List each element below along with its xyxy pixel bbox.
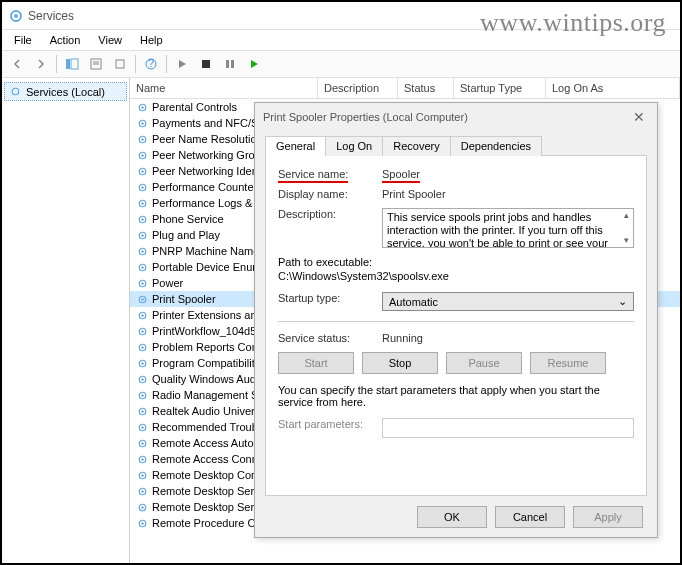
service-name: Radio Management Se <box>152 389 265 401</box>
service-name: Quality Windows Aud <box>152 373 256 385</box>
list-header: Name Description Status Startup Type Log… <box>130 78 680 99</box>
gear-icon <box>136 293 149 306</box>
sidebar-item-services-local[interactable]: Services (Local) <box>4 82 127 101</box>
service-name: Peer Networking Grou <box>152 149 261 161</box>
service-name: Remote Desktop Servi <box>152 485 262 497</box>
svg-text:?: ? <box>148 58 154 69</box>
svg-point-1 <box>14 14 18 18</box>
gear-icon <box>136 501 149 514</box>
svg-point-23 <box>141 170 143 172</box>
service-name: PNRP Machine Name <box>152 245 259 257</box>
ok-button[interactable]: OK <box>417 506 487 528</box>
gear-icon <box>136 101 149 114</box>
toolbar: ? <box>2 50 680 78</box>
col-header-description[interactable]: Description <box>318 78 398 98</box>
help-button[interactable]: ? <box>140 53 162 75</box>
pause-button: Pause <box>446 352 522 374</box>
menu-view[interactable]: View <box>90 32 130 48</box>
service-name: Remote Access Auto C <box>152 437 265 449</box>
play-button[interactable] <box>171 53 193 75</box>
restart-button[interactable] <box>243 53 265 75</box>
dialog-title: Print Spooler Properties (Local Computer… <box>263 111 468 123</box>
svg-point-35 <box>141 266 143 268</box>
svg-rect-3 <box>71 59 78 69</box>
col-header-startup[interactable]: Startup Type <box>454 78 546 98</box>
show-hide-tree-button[interactable] <box>61 53 83 75</box>
service-name: Parental Controls <box>152 101 237 113</box>
service-name: Printer Extensions and <box>152 309 263 321</box>
pause-button[interactable] <box>219 53 241 75</box>
cancel-button[interactable]: Cancel <box>495 506 565 528</box>
tab-recovery[interactable]: Recovery <box>382 136 450 156</box>
svg-point-55 <box>141 426 143 428</box>
forward-button[interactable] <box>30 53 52 75</box>
service-name: Print Spooler <box>152 293 216 305</box>
gear-icon <box>136 485 149 498</box>
sidebar: Services (Local) <box>2 78 130 563</box>
label-start-parameters: Start parameters: <box>278 418 374 430</box>
gear-icon <box>136 421 149 434</box>
svg-point-33 <box>141 250 143 252</box>
svg-rect-12 <box>231 60 234 68</box>
col-header-name[interactable]: Name <box>130 78 318 98</box>
export-button[interactable] <box>109 53 131 75</box>
gear-icon <box>136 309 149 322</box>
properties-dialog: Print Spooler Properties (Local Computer… <box>254 102 658 538</box>
svg-point-51 <box>141 394 143 396</box>
window-titlebar: Services <box>2 2 680 30</box>
gear-icon <box>136 357 149 370</box>
svg-point-61 <box>141 474 143 476</box>
gear-icon <box>136 245 149 258</box>
gear-icon <box>136 229 149 242</box>
service-name: Portable Device Enum <box>152 261 261 273</box>
svg-point-31 <box>141 234 143 236</box>
svg-point-19 <box>141 138 143 140</box>
description-scrollbar[interactable]: ▴▾ <box>619 209 633 247</box>
col-header-status[interactable]: Status <box>398 78 454 98</box>
value-display-name: Print Spooler <box>382 188 634 200</box>
gear-icon <box>136 437 149 450</box>
close-icon[interactable]: ✕ <box>629 109 649 125</box>
tab-logon[interactable]: Log On <box>325 136 383 156</box>
resume-button: Resume <box>530 352 606 374</box>
label-path: Path to executable: <box>278 256 372 268</box>
svg-point-25 <box>141 186 143 188</box>
tab-dependencies[interactable]: Dependencies <box>450 136 542 156</box>
menu-file[interactable]: File <box>6 32 40 48</box>
stop-button[interactable] <box>195 53 217 75</box>
gear-icon <box>136 389 149 402</box>
properties-button[interactable] <box>85 53 107 75</box>
sidebar-item-label: Services (Local) <box>26 86 105 98</box>
svg-rect-7 <box>116 60 124 68</box>
service-name: Remote Desktop Conf <box>152 469 260 481</box>
gear-icon <box>136 405 149 418</box>
services-icon <box>8 8 24 24</box>
back-button[interactable] <box>6 53 28 75</box>
menu-action[interactable]: Action <box>42 32 89 48</box>
svg-point-17 <box>141 122 143 124</box>
gear-icon <box>136 469 149 482</box>
gear-icon <box>136 133 149 146</box>
dialog-tabs: General Log On Recovery Dependencies <box>265 135 647 156</box>
start-parameters-input <box>382 418 634 438</box>
gear-icon <box>136 197 149 210</box>
startup-type-select[interactable]: Automatic ⌄ <box>382 292 634 311</box>
stop-button[interactable]: Stop <box>362 352 438 374</box>
svg-point-53 <box>141 410 143 412</box>
col-header-logon[interactable]: Log On As <box>546 78 680 98</box>
apply-button: Apply <box>573 506 643 528</box>
svg-point-67 <box>141 522 143 524</box>
label-startup-type: Startup type: <box>278 292 374 304</box>
gear-icon <box>136 517 149 530</box>
description-textarea[interactable]: This service spools print jobs and handl… <box>382 208 634 248</box>
gear-icon <box>9 85 22 98</box>
start-button: Start <box>278 352 354 374</box>
svg-point-37 <box>141 282 143 284</box>
service-name: Problem Reports Cont <box>152 341 261 353</box>
menubar: File Action View Help <box>2 30 680 50</box>
tab-general[interactable]: General <box>265 136 326 156</box>
service-name: Remote Access Conne <box>152 453 264 465</box>
menu-help[interactable]: Help <box>132 32 171 48</box>
label-service-name: Service name: <box>278 168 348 183</box>
svg-point-39 <box>141 298 143 300</box>
